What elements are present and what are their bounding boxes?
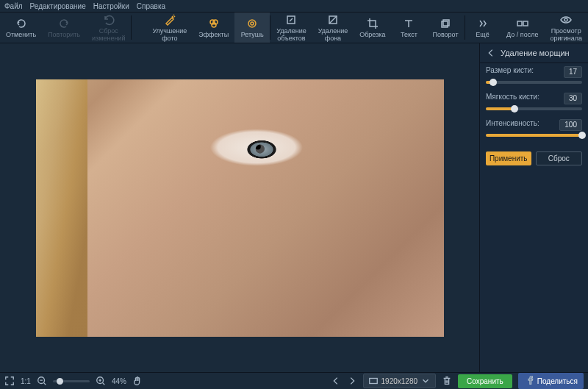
save-button[interactable]: Сохранить	[458, 374, 512, 388]
dimensions-icon	[368, 376, 379, 386]
brush-size-slider[interactable]	[486, 81, 582, 84]
retouch-panel: Удаление морщин Размер кисти: 17 Мягкост…	[479, 43, 588, 372]
softness-label: Мягкость кисти:	[486, 93, 539, 104]
softness-value[interactable]: 30	[564, 93, 582, 104]
panel-reset-button[interactable]: Сброс	[536, 151, 583, 165]
more-button[interactable]: Ещё	[465, 13, 501, 43]
softness-slider[interactable]	[486, 107, 582, 110]
panel-title: Удаление морщин	[501, 49, 570, 57]
reset-changes-button[interactable]: Сброс изменений	[86, 13, 131, 43]
workspace: Удаление морщин Размер кисти: 17 Мягкост…	[0, 43, 588, 372]
remove-objects-icon	[285, 14, 297, 26]
redo-button[interactable]: Повторить	[42, 13, 86, 43]
retouch-icon	[246, 18, 258, 29]
rotate-icon	[440, 18, 451, 29]
intensity-row: Интенсивность: 100	[480, 116, 588, 143]
enhance-icon	[164, 14, 176, 26]
brush-size-row: Размер кисти: 17	[480, 63, 588, 90]
before-after-button[interactable]: До / после	[501, 13, 544, 43]
text-button[interactable]: Текст	[391, 13, 426, 43]
effects-icon	[208, 18, 220, 29]
share-button[interactable]: Поделиться	[518, 373, 584, 389]
crop-icon	[367, 18, 379, 29]
prev-image-icon[interactable]	[331, 376, 341, 386]
retouch-button[interactable]: Ретушь	[234, 13, 270, 43]
intensity-label: Интенсивность:	[486, 119, 539, 131]
apply-button[interactable]: Применить	[486, 151, 531, 165]
dimensions-display[interactable]: 1920x1280	[363, 374, 437, 388]
svg-rect-9	[517, 21, 522, 26]
crop-button[interactable]: Обрезка	[354, 13, 391, 43]
svg-rect-14	[369, 379, 377, 384]
menu-settings[interactable]: Настройки	[93, 2, 129, 10]
remove-bg-icon	[327, 14, 339, 26]
menu-bar: Файл Редактирование Настройки Справка	[0, 0, 588, 13]
view-original-button[interactable]: Просмотр оригинала	[544, 13, 588, 43]
menu-file[interactable]: Файл	[4, 2, 23, 10]
redo-icon	[58, 18, 70, 29]
zoom-value: 44%	[112, 377, 126, 385]
svg-point-3	[248, 20, 256, 27]
hand-tool-icon[interactable]	[132, 376, 143, 386]
menu-edit[interactable]: Редактирование	[30, 2, 86, 10]
brush-softness-row: Мягкость кисти: 30	[480, 90, 588, 116]
before-after-icon	[517, 18, 528, 29]
brush-size-label: Размер кисти:	[486, 66, 534, 78]
zoom-in-icon[interactable]	[96, 376, 106, 386]
main-toolbar: Отменить Повторить Сброс изменений Улучш…	[0, 13, 588, 43]
svg-point-11	[564, 18, 567, 21]
svg-rect-7	[442, 21, 448, 27]
undo-icon	[15, 18, 27, 29]
enhance-button[interactable]: Улучшение фото	[146, 13, 193, 43]
next-image-icon[interactable]	[347, 376, 357, 386]
reset-icon	[103, 14, 115, 26]
undo-button[interactable]: Отменить	[0, 13, 42, 43]
zoom-slider[interactable]	[53, 380, 90, 382]
panel-header: Удаление морщин	[480, 43, 588, 63]
toolbar-divider	[131, 15, 132, 40]
delete-icon[interactable]	[442, 376, 452, 386]
remove-bg-button[interactable]: Удаление фона	[312, 13, 354, 43]
menu-help[interactable]: Справка	[137, 2, 165, 10]
svg-rect-8	[443, 20, 449, 26]
eye-icon	[560, 14, 572, 26]
fullscreen-icon[interactable]	[4, 376, 15, 386]
svg-rect-10	[523, 21, 528, 26]
status-bar: 1:1 44% 1920x1280 Сохранить Поделиться	[0, 372, 588, 389]
brush-size-value[interactable]: 17	[564, 66, 582, 78]
chevron-down-icon	[420, 376, 431, 386]
intensity-value[interactable]: 100	[559, 119, 582, 131]
facebook-icon	[524, 376, 534, 386]
rotate-button[interactable]: Поворот	[426, 13, 464, 43]
more-icon	[477, 18, 489, 29]
text-icon	[403, 18, 415, 29]
photo-canvas[interactable]	[36, 79, 444, 337]
effects-button[interactable]: Эффекты	[193, 13, 234, 43]
svg-point-4	[251, 22, 254, 25]
intensity-slider[interactable]	[486, 134, 582, 137]
remove-objects-button[interactable]: Удаление объектов	[270, 13, 312, 43]
zoom-out-icon[interactable]	[37, 376, 47, 386]
canvas-area[interactable]	[0, 43, 479, 372]
fit-label[interactable]: 1:1	[21, 377, 31, 385]
back-icon[interactable]	[486, 48, 496, 58]
